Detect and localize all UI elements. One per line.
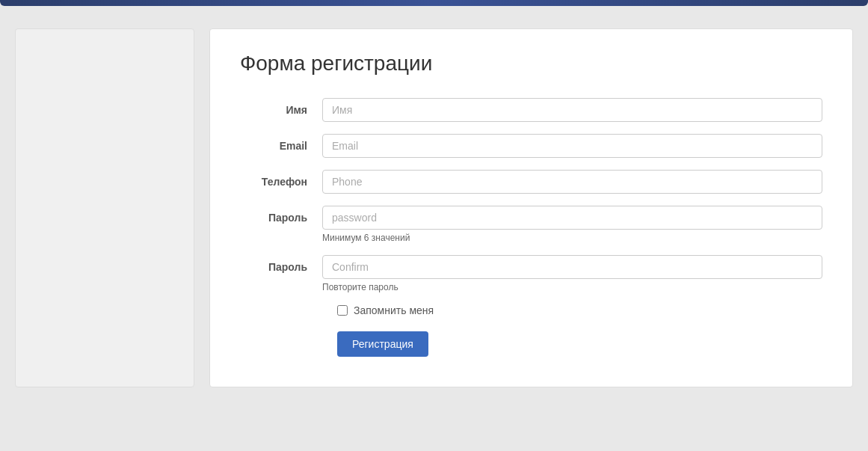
field-wrapper-confirm: Повторите пароль — [322, 255, 822, 292]
form-group-phone: Телефон — [240, 170, 822, 194]
label-email: Email — [240, 134, 322, 152]
field-wrapper-email — [322, 134, 822, 158]
field-wrapper-phone — [322, 170, 822, 194]
input-name[interactable] — [322, 98, 822, 122]
label-confirm: Пароль — [240, 255, 322, 273]
remember-me-group: Запомнить меня — [337, 304, 822, 316]
label-password: Пароль — [240, 206, 322, 224]
field-wrapper-name — [322, 98, 822, 122]
label-name: Имя — [240, 98, 322, 116]
password-hint: Минимум 6 значений — [322, 233, 822, 243]
page-content: Форма регистрации Имя Email Телефон Паро… — [0, 6, 868, 410]
form-card: Форма регистрации Имя Email Телефон Паро… — [209, 28, 853, 387]
sidebar-placeholder — [15, 28, 194, 387]
input-email[interactable] — [322, 134, 822, 158]
top-bar — [0, 0, 868, 6]
form-group-name: Имя — [240, 98, 822, 122]
submit-button[interactable]: Регистрация — [337, 331, 428, 357]
confirm-hint: Повторите пароль — [322, 282, 822, 292]
input-password[interactable] — [322, 206, 822, 230]
form-title: Форма регистрации — [240, 52, 822, 76]
remember-me-label: Запомнить меня — [354, 304, 434, 316]
input-phone[interactable] — [322, 170, 822, 194]
field-wrapper-password: Минимум 6 значений — [322, 206, 822, 243]
form-group-password: Пароль Минимум 6 значений — [240, 206, 822, 243]
form-group-confirm: Пароль Повторите пароль — [240, 255, 822, 292]
form-group-email: Email — [240, 134, 822, 158]
remember-me-checkbox[interactable] — [337, 305, 348, 316]
input-confirm[interactable] — [322, 255, 822, 279]
label-phone: Телефон — [240, 170, 322, 188]
